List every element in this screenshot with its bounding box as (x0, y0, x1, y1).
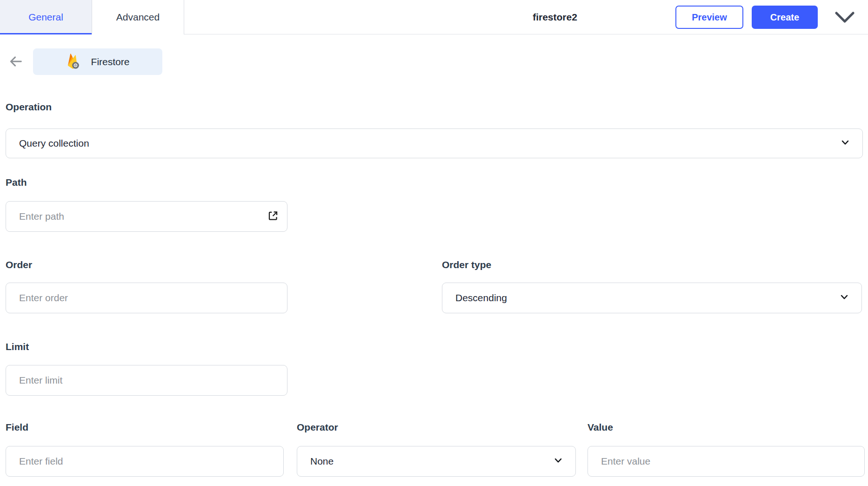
path-label: Path (6, 177, 27, 188)
query-editor-header: General Advanced firestore2 Preview Crea… (0, 0, 868, 34)
create-button[interactable]: Create (752, 6, 818, 29)
limit-input-wrap (6, 365, 287, 396)
operator-select[interactable]: None (297, 446, 576, 477)
open-path-editor-button[interactable] (267, 210, 279, 223)
path-input-wrap (6, 201, 287, 232)
value-input[interactable] (588, 446, 865, 477)
operation-label: Operation (6, 101, 52, 113)
firebase-flame-icon (66, 52, 80, 71)
header-actions: Preview Create (675, 0, 856, 34)
external-link-icon (267, 210, 279, 223)
operator-label: Operator (297, 422, 338, 433)
chevron-down-icon (839, 292, 849, 304)
tab-general[interactable]: General (0, 0, 92, 34)
back-button[interactable] (6, 53, 26, 71)
query-title: firestore2 (533, 12, 577, 23)
arrow-left-icon (7, 54, 25, 71)
field-input-wrap (6, 446, 284, 477)
chevron-down-icon (840, 137, 850, 149)
order-type-select-value: Descending (455, 292, 507, 304)
operator-select-value: None (310, 456, 334, 467)
datasource-chip-label: Firestore (91, 56, 130, 68)
order-input[interactable] (6, 283, 287, 313)
limit-label: Limit (6, 341, 29, 352)
tab-advanced[interactable]: Advanced (92, 0, 184, 34)
order-type-select[interactable]: Descending (442, 283, 862, 313)
field-input[interactable] (6, 446, 284, 477)
order-type-label: Order type (442, 259, 491, 270)
operation-select-value: Query collection (19, 138, 89, 149)
value-label: Value (588, 422, 613, 433)
limit-input[interactable] (6, 365, 287, 396)
collapse-panel-chevron-down-icon[interactable] (834, 10, 856, 24)
preview-button[interactable]: Preview (675, 6, 743, 29)
datasource-chip-firestore[interactable]: Firestore (33, 48, 162, 75)
order-input-wrap (6, 283, 287, 313)
order-label: Order (6, 259, 32, 270)
field-label: Field (6, 422, 28, 433)
value-input-wrap (588, 446, 865, 477)
operation-select[interactable]: Query collection (6, 128, 863, 158)
path-input[interactable] (6, 201, 287, 232)
chevron-down-icon (553, 455, 563, 467)
tab-bar: General Advanced (0, 0, 184, 34)
